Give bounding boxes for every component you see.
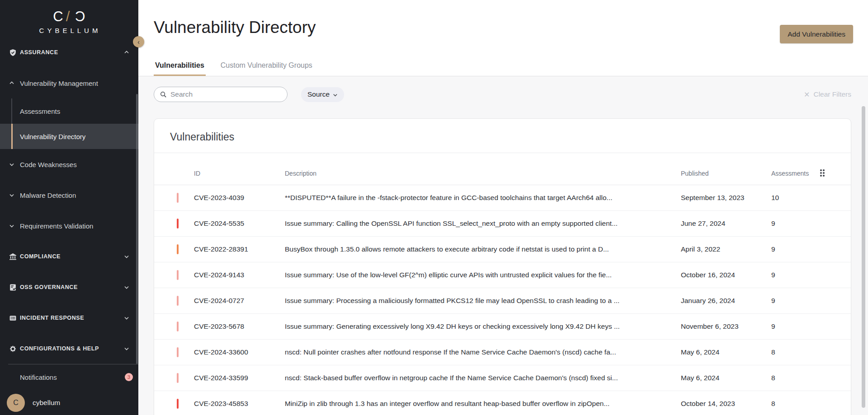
cve-id: CVE-2024-33599 xyxy=(194,374,285,382)
description: Issue summary: Calling the OpenSSL API f… xyxy=(285,219,681,228)
assessments-count: 8 xyxy=(771,348,851,356)
severity-indicator xyxy=(177,270,179,280)
page-scrollbar[interactable] xyxy=(862,106,865,408)
cve-id: CVE-2023-4039 xyxy=(194,194,285,202)
table-row[interactable]: CVE-2024-5535Issue summary: Calling the … xyxy=(154,211,851,237)
chevron-down-icon xyxy=(9,223,20,228)
table-row[interactable]: CVE-2024-0727Issue summary: Processing a… xyxy=(154,288,851,314)
chevron-down-icon xyxy=(333,92,338,98)
sidebar-item-compliance[interactable]: COMPLIANCE xyxy=(0,241,138,272)
description: MiniZip in zlib through 1.3 has an integ… xyxy=(285,400,681,408)
published-date: June 27, 2024 xyxy=(681,219,771,228)
sidebar-item-vulnerability-directory[interactable]: Vulnerability Directory xyxy=(0,124,138,149)
search-input-wrapper xyxy=(154,87,288,102)
sidebar-collapse-button[interactable]: ‹ xyxy=(133,36,144,47)
source-filter-label: Source xyxy=(307,90,330,98)
tab-vulnerabilities[interactable]: Vulnerabilities xyxy=(154,61,206,76)
table-row[interactable]: CVE-2024-33600nscd: Null pointer crashes… xyxy=(154,340,851,365)
gear-icon xyxy=(9,345,20,353)
chevron-down-icon xyxy=(9,192,20,198)
table-row[interactable]: CVE-2023-5678Issue summary: Generating e… xyxy=(154,314,851,340)
severity-indicator xyxy=(177,373,179,383)
column-id[interactable]: ID xyxy=(194,170,285,177)
column-published[interactable]: Published xyxy=(681,170,771,177)
sidebar-item-incident-response[interactable]: INCIDENT RESPONSE xyxy=(0,303,138,333)
assessments-count: 9 xyxy=(771,297,851,305)
add-vulnerabilities-button[interactable]: Add Vulnerabilities xyxy=(780,25,853,43)
chevron-down-icon xyxy=(124,315,129,321)
table-row[interactable]: CVE-2023-4039**DISPUTED**A failure in th… xyxy=(154,185,851,211)
sidebar-scrollbar[interactable] xyxy=(136,94,138,364)
user-name: cybellum xyxy=(33,399,60,407)
assessments-count: 8 xyxy=(771,400,851,408)
sidebar-item-malware-detection-label: Malware Detection xyxy=(20,191,129,199)
table-row[interactable]: CVE-2022-28391BusyBox through 1.35.0 all… xyxy=(154,237,851,262)
sidebar-item-malware-detection[interactable]: Malware Detection xyxy=(0,180,138,210)
user-menu[interactable]: C cybellum xyxy=(0,390,138,415)
severity-indicator xyxy=(177,244,179,254)
assessments-count: 9 xyxy=(771,245,851,253)
chevron-down-icon xyxy=(124,284,129,290)
published-date: January 26, 2024 xyxy=(681,297,771,305)
sidebar-item-configurations-help[interactable]: CONFIGURATIONS & HELP xyxy=(0,333,138,364)
notifications-badge: 3 xyxy=(125,373,133,381)
sidebar-item-code-weaknesses[interactable]: Code Weaknesses xyxy=(0,149,138,180)
description: Issue summary: Processing a maliciously … xyxy=(285,297,681,305)
search-input[interactable] xyxy=(170,90,281,98)
bank-icon xyxy=(9,253,20,261)
cve-id: CVE-2022-28391 xyxy=(194,245,285,253)
card-title: Vulnerabilities xyxy=(154,119,851,153)
severity-indicator xyxy=(177,296,179,306)
main-content: Vulnerability Directory Add Vulnerabilit… xyxy=(138,0,868,415)
assessments-count: 8 xyxy=(771,374,851,382)
description: **DISPUTED**A failure in the -fstack-pro… xyxy=(285,194,681,202)
sidebar-item-configurations-help-label: CONFIGURATIONS & HELP xyxy=(20,345,124,352)
avatar: C xyxy=(7,394,25,412)
sidebar-item-assurance-label: ASSURANCE xyxy=(20,49,124,56)
cve-id: CVE-2024-33600 xyxy=(194,348,285,356)
clear-filters-label: Clear Filters xyxy=(813,90,851,98)
table-row[interactable]: CVE-2024-33599nscd: Stack-based buffer o… xyxy=(154,365,851,391)
assessments-count: 9 xyxy=(771,271,851,279)
filter-bar: Source ✕ Clear Filters xyxy=(154,87,851,102)
table-row[interactable]: CVE-2023-45853MiniZip in zlib through 1.… xyxy=(154,391,851,415)
page-header: Vulnerability Directory Add Vulnerabilit… xyxy=(138,0,868,76)
assessments-count: 10 xyxy=(771,194,851,202)
sidebar-item-incident-response-label: INCIDENT RESPONSE xyxy=(20,315,124,321)
assessments-count: 9 xyxy=(771,219,851,228)
description: BusyBox through 1.35.0 allows remote att… xyxy=(285,245,681,253)
published-date: October 14, 2023 xyxy=(681,400,771,408)
sidebar-item-notifications[interactable]: Notifications 3 xyxy=(0,364,138,390)
tab-custom-vulnerability-groups[interactable]: Custom Vulnerability Groups xyxy=(219,61,314,76)
sidebar-item-requirements-validation[interactable]: Requirements Validation xyxy=(0,210,138,241)
column-settings-icon[interactable] xyxy=(820,169,825,177)
notifications-label: Notifications xyxy=(20,373,57,381)
column-assessments[interactable]: Assessments xyxy=(771,170,851,177)
vulnerabilities-card: Vulnerabilities ID Description Published… xyxy=(154,118,851,415)
cybellum-logo: C/C CYBELLUM xyxy=(0,0,138,37)
assessments-count: 9 xyxy=(771,322,851,331)
clear-filters-button[interactable]: ✕ Clear Filters xyxy=(804,90,851,99)
shield-check-icon xyxy=(9,49,20,56)
sidebar-nav: ASSURANCEVulnerability ManagementAssessm… xyxy=(0,37,138,364)
sidebar-item-assurance[interactable]: ASSURANCE xyxy=(0,37,138,68)
sidebar-item-assessments[interactable]: Assessments xyxy=(0,98,138,124)
published-date: September 13, 2023 xyxy=(681,194,771,202)
severity-indicator xyxy=(177,322,179,331)
search-icon xyxy=(160,91,167,98)
sidebar-item-requirements-validation-label: Requirements Validation xyxy=(20,222,129,230)
cve-id: CVE-2024-9143 xyxy=(194,271,285,279)
sidebar-item-oss-governance[interactable]: OSS GOVERNANCE xyxy=(0,272,138,303)
cve-id: CVE-2024-5535 xyxy=(194,219,285,228)
source-filter[interactable]: Source xyxy=(301,87,344,102)
published-date: May 6, 2024 xyxy=(681,348,771,356)
published-date: April 3, 2022 xyxy=(681,245,771,253)
table-row[interactable]: CVE-2024-9143Issue summary: Use of the l… xyxy=(154,262,851,288)
clipboard-check-icon xyxy=(9,284,20,291)
published-date: May 6, 2024 xyxy=(681,374,771,382)
column-description[interactable]: Description xyxy=(285,170,681,177)
content-area: Source ✕ Clear Filters Vulnerabilities I… xyxy=(138,87,868,415)
sidebar-item-vulnerability-management[interactable]: Vulnerability Management xyxy=(0,68,138,98)
severity-indicator xyxy=(177,219,179,228)
table-body: CVE-2023-4039**DISPUTED**A failure in th… xyxy=(154,185,851,415)
